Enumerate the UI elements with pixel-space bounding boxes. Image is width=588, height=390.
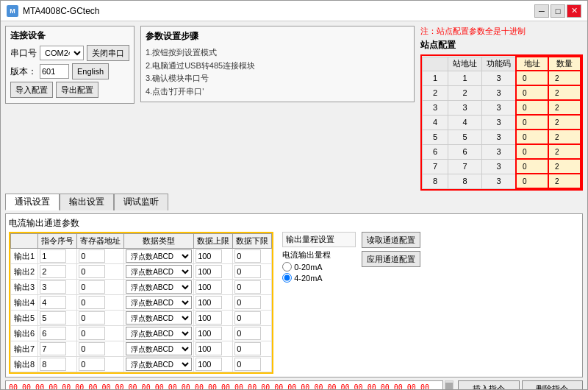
ch-header-lower: 数据下限 [233,234,272,249]
step-2: 2.电脑通过USB转485连接模块 [146,60,409,73]
station-table-row: 5 5 3 [423,130,581,144]
station-row-qty[interactable] [548,159,581,174]
station-row-qty[interactable] [548,85,581,100]
content-area: 连接设备 串口号 COM24 关闭串口 版本： English 导入配置 导出配… [1,21,587,389]
station-row-qty[interactable] [548,71,581,85]
params-steps-title: 参数设置步骤 [146,29,409,43]
ch-row-upper[interactable] [194,357,233,372]
minimize-button[interactable]: ─ [534,4,549,18]
port-select[interactable]: COM24 [40,46,84,60]
station-row-func: 3 [482,144,517,159]
scrollbar[interactable] [445,380,453,389]
radio-4-20ma-input[interactable] [282,273,292,283]
version-input[interactable] [40,64,69,79]
insert-cmd-button[interactable]: 插入指令 [458,380,520,389]
ch-row-lower[interactable] [233,295,272,311]
export-config-button[interactable]: 导出配置 [56,82,98,98]
radio-0-20ma-input[interactable] [282,262,292,272]
ch-row-type[interactable]: 浮点数ABCD 浮点数CDAB 整数 [124,357,194,372]
station-table-row: 4 4 3 [423,115,581,130]
station-row-reg[interactable] [516,85,548,100]
ch-row-type[interactable]: 浮点数ABCD 浮点数CDAB 整数 [124,341,194,357]
ch-row-lower[interactable] [233,311,272,326]
ch-row-lower[interactable] [233,341,272,357]
station-row-index: 8 [423,174,448,188]
ch-row-reg[interactable] [77,341,124,357]
import-config-button[interactable]: 导入配置 [10,82,53,98]
ch-row-lower[interactable] [233,280,272,295]
tab-comm[interactable]: 通讯设置 [5,194,60,210]
station-row-qty[interactable] [548,115,581,130]
maximize-button[interactable]: □ [551,4,565,18]
close-port-button[interactable]: 关闭串口 [87,45,129,61]
station-row-reg[interactable] [516,130,548,144]
ch-row-cmd[interactable] [38,249,77,264]
english-button[interactable]: English [72,63,109,79]
ch-row-reg[interactable] [77,295,124,311]
station-row-func: 3 [482,130,517,144]
config-row: 导入配置 导出配置 [10,82,129,98]
station-row-reg[interactable] [516,100,548,115]
delete-cmd-button[interactable]: 删除指令 [522,380,584,389]
station-row-reg[interactable] [516,159,548,174]
ch-row-type[interactable]: 浮点数ABCD 浮点数CDAB 整数 [124,311,194,326]
ch-row-reg[interactable] [77,249,124,264]
ch-row-reg[interactable] [77,311,124,326]
ch-header-name [11,234,38,249]
radio-0-20ma-label: 0-20mA [294,263,323,272]
ch-row-lower[interactable] [233,326,272,341]
station-row-qty[interactable] [548,130,581,144]
ch-row-upper[interactable] [194,249,233,264]
ch-row-cmd[interactable] [38,341,77,357]
top-row: 连接设备 串口号 COM24 关闭串口 版本： English 导入配置 导出配… [5,26,583,191]
apply-channel-button[interactable]: 应用通道配置 [362,251,420,267]
station-row-qty[interactable] [548,174,581,188]
ch-row-cmd[interactable] [38,264,77,280]
ch-row-reg[interactable] [77,280,124,295]
ch-row-name: 输出6 [11,326,38,341]
channel-table-wrapper: 指令序号 寄存器地址 数据类型 数据上限 数据下限 输出1 浮点数ABCD 浮点 [9,232,273,374]
radio-4-20ma-label: 4-20mA [294,274,323,283]
scroll-thumb[interactable] [445,383,453,389]
station-row-reg[interactable] [516,174,548,188]
tab-monitor[interactable]: 调试监听 [114,194,168,210]
ch-row-upper[interactable] [194,326,233,341]
ch-row-upper[interactable] [194,311,233,326]
ch-row-type[interactable]: 浮点数ABCD 浮点数CDAB 整数 [124,249,194,264]
close-button[interactable]: ✕ [567,4,581,18]
ch-row-reg[interactable] [77,357,124,372]
station-row-qty[interactable] [548,144,581,159]
station-row-reg[interactable] [516,71,548,85]
read-channel-button[interactable]: 读取通道配置 [362,232,420,248]
ch-row-upper[interactable] [194,341,233,357]
ch-row-lower[interactable] [233,264,272,280]
ch-row-cmd[interactable] [38,357,77,372]
station-table-row: 3 3 3 [423,100,581,115]
ch-row-type[interactable]: 浮点数ABCD 浮点数CDAB 整数 [124,280,194,295]
ch-row-reg[interactable] [77,326,124,341]
station-row-func: 3 [482,71,517,85]
ch-row-cmd[interactable] [38,311,77,326]
ch-row-type[interactable]: 浮点数ABCD 浮点数CDAB 整数 [124,326,194,341]
ch-row-cmd[interactable] [38,280,77,295]
station-header-func: 功能码 [482,57,517,71]
channel-table-row: 输出6 浮点数ABCD 浮点数CDAB 整数 [11,326,272,341]
station-row-func: 3 [482,115,517,130]
channel-table-row: 输出1 浮点数ABCD 浮点数CDAB 整数 [11,249,272,264]
station-row-reg[interactable] [516,144,548,159]
ch-row-upper[interactable] [194,264,233,280]
ch-row-upper[interactable] [194,295,233,311]
ch-row-cmd[interactable] [38,326,77,341]
station-table-wrapper: 站地址 功能码 地址 数量 1 1 3 2 2 3 3 3 3 [420,54,583,191]
tab-output[interactable]: 输出设置 [60,194,114,210]
ch-row-type[interactable]: 浮点数ABCD 浮点数CDAB 整数 [124,264,194,280]
ch-row-cmd[interactable] [38,295,77,311]
station-row-reg[interactable] [516,115,548,130]
ch-row-lower[interactable] [233,357,272,372]
ch-row-type[interactable]: 浮点数ABCD 浮点数CDAB 整数 [124,295,194,311]
station-row-qty[interactable] [548,100,581,115]
ch-row-lower[interactable] [233,249,272,264]
ch-row-upper[interactable] [194,280,233,295]
title-bar-left: M MTA4008C-GCtech [7,5,99,17]
ch-row-reg[interactable] [77,264,124,280]
